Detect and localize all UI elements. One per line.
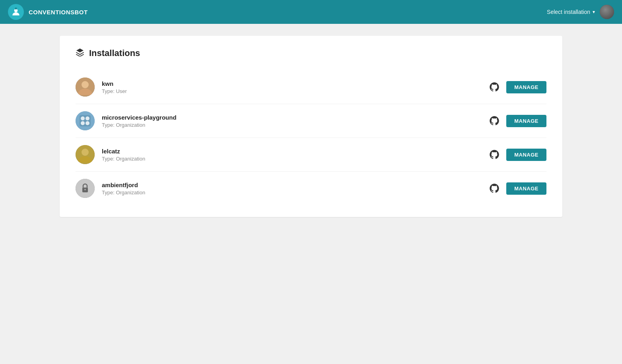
header-left: CONVENTIONSBOT (8, 4, 88, 20)
installation-name: ambientfjord (102, 182, 489, 188)
manage-button[interactable]: MANAGE (506, 115, 546, 127)
app-name: CONVENTIONSBOT (29, 9, 88, 15)
installation-name: lelcatz (102, 148, 489, 155)
installation-info: kwn Type: User (102, 80, 489, 94)
github-icon (489, 115, 500, 126)
installation-type: Type: Organization (102, 190, 489, 196)
installations-card: Installations kwn Type: User MANAGE m (60, 36, 562, 217)
svg-point-2 (15, 8, 17, 10)
select-installation-dropdown[interactable]: Select installation ▾ (547, 9, 595, 15)
user-avatar[interactable] (600, 5, 614, 19)
app-logo[interactable] (8, 4, 24, 20)
installation-type: Type: User (102, 88, 489, 94)
select-installation-label: Select installation (547, 9, 590, 15)
main-content: Installations kwn Type: User MANAGE m (0, 24, 622, 229)
installation-info: ambientfjord Type: Organization (102, 182, 489, 196)
installation-avatar (76, 179, 95, 198)
installation-actions: MANAGE (489, 115, 546, 127)
installation-row: ambientfjord Type: Organization MANAGE (76, 172, 546, 205)
installation-name: kwn (102, 80, 489, 87)
installation-info: microservices-playground Type: Organizat… (102, 114, 489, 128)
installation-type: Type: Organization (102, 156, 489, 162)
installation-row: microservices-playground Type: Organizat… (76, 104, 546, 138)
installation-name: microservices-playground (102, 114, 489, 121)
installation-avatar (76, 145, 95, 164)
header: CONVENTIONSBOT Select installation ▾ (0, 0, 622, 24)
installation-type: Type: Organization (102, 122, 489, 128)
chevron-down-icon: ▾ (593, 9, 595, 15)
github-icon (489, 81, 500, 93)
manage-button[interactable]: MANAGE (506, 182, 546, 195)
layers-icon (76, 48, 84, 58)
installation-actions: MANAGE (489, 149, 546, 161)
github-icon (489, 149, 500, 160)
installation-actions: MANAGE (489, 81, 546, 93)
svg-point-12 (82, 149, 89, 156)
page-title: Installations (89, 48, 140, 58)
installation-avatar (76, 77, 95, 97)
svg-point-10 (86, 121, 89, 125)
svg-point-15 (84, 189, 86, 190)
manage-button[interactable]: MANAGE (506, 81, 546, 93)
svg-point-8 (86, 116, 89, 120)
installation-row: kwn Type: User MANAGE (76, 70, 546, 104)
svg-rect-6 (80, 115, 91, 126)
installation-row: lelcatz Type: Organization MANAGE (76, 138, 546, 172)
card-header: Installations (76, 48, 546, 58)
svg-point-7 (81, 116, 85, 120)
header-right: Select installation ▾ (547, 5, 614, 19)
installation-avatar (76, 111, 95, 130)
installations-list: kwn Type: User MANAGE microservices-play… (76, 70, 546, 205)
svg-point-4 (82, 81, 89, 88)
manage-button[interactable]: MANAGE (506, 149, 546, 161)
installation-info: lelcatz Type: Organization (102, 148, 489, 162)
user-avatar-image (600, 5, 614, 19)
svg-point-9 (81, 121, 85, 125)
installation-actions: MANAGE (489, 182, 546, 195)
github-icon (489, 183, 500, 194)
